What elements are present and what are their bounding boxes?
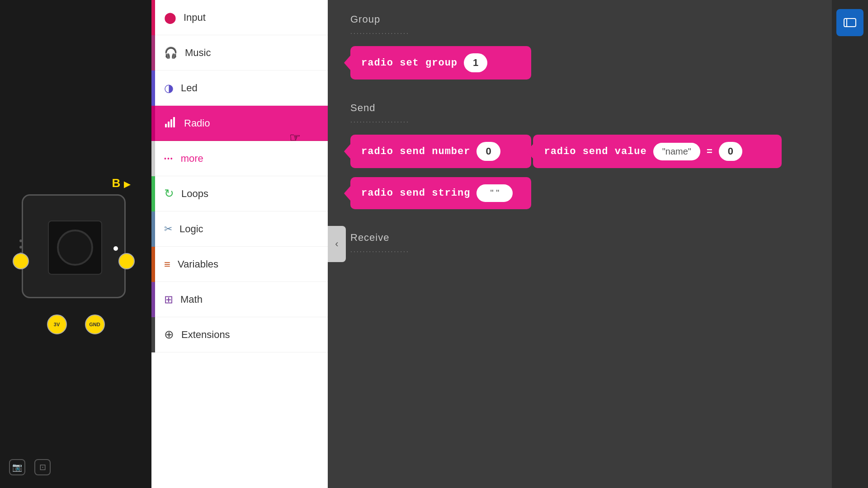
sidebar-item-label: Music <box>185 47 211 59</box>
svg-rect-3 <box>173 117 175 127</box>
send-section-dots: ................... <box>350 117 809 124</box>
sidebar-item-loops[interactable]: ↻ Loops <box>151 176 328 211</box>
simulator-panel: B ▶ 3V GND <box>0 0 151 488</box>
button-b[interactable] <box>118 253 135 269</box>
sidebar-item-led[interactable]: ◑ Led <box>151 70 328 106</box>
block-set-group-value[interactable]: 1 <box>464 53 487 72</box>
more-icon: ••• <box>164 155 174 162</box>
screen-circle <box>57 230 93 266</box>
right-action-button-1[interactable] <box>836 9 863 36</box>
color-bar-logic <box>151 211 155 247</box>
group-section-label: Group <box>350 14 809 25</box>
sidebar-item-extensions[interactable]: ⊕ Extensions <box>151 317 328 352</box>
loops-icon: ↻ <box>164 187 174 201</box>
sidebar-item-math[interactable]: ⊞ Math <box>151 282 328 317</box>
right-panel <box>832 0 868 488</box>
music-icon: 🎧 <box>164 47 178 59</box>
sidebar-item-label: Math <box>180 294 203 305</box>
sidebar-item-label: Led <box>181 82 198 94</box>
sidebar-item-label: Loops <box>181 188 208 200</box>
svg-rect-2 <box>170 119 172 127</box>
svg-rect-1 <box>168 122 170 127</box>
category-panel: ⬤ Input 🎧 Music ◑ Led <box>151 0 328 488</box>
block-send-value[interactable]: radio send value "name" = 0 <box>533 135 782 168</box>
send-section-label: Send <box>350 102 809 114</box>
block-set-group[interactable]: radio set group 1 <box>350 46 531 80</box>
receive-section-dots: ................... <box>350 246 809 253</box>
sidebar-item-logic[interactable]: ✂ Logic <box>151 211 328 247</box>
edge-connector: 3V GND <box>13 314 139 334</box>
extensions-icon: ⊕ <box>164 328 174 342</box>
color-bar-variables <box>151 247 155 282</box>
receive-section: Receive ................... <box>350 232 809 253</box>
collapse-panel-button[interactable]: ‹ <box>328 226 346 262</box>
receive-section-label: Receive <box>350 232 809 244</box>
sidebar-item-more[interactable]: ••• more <box>151 141 328 176</box>
camera-icon[interactable]: 📷 <box>9 459 25 475</box>
color-bar-led <box>151 70 155 106</box>
camera-controls: 📷 ⊡ <box>9 459 51 475</box>
white-dot <box>113 246 118 251</box>
sidebar-item-variables[interactable]: ≡ Variables <box>151 247 328 282</box>
sidebar-item-radio[interactable]: Radio ☞ <box>151 106 328 141</box>
block-send-number[interactable]: radio send number 0 <box>350 135 531 168</box>
sidebar-item-label: Input <box>184 12 206 23</box>
group-section: Group ................... radio set grou… <box>350 14 809 89</box>
input-icon: ⬤ <box>164 11 176 24</box>
variables-icon: ≡ <box>164 258 170 271</box>
pin-gnd: GND <box>85 314 105 334</box>
sidebar-item-input[interactable]: ⬤ Input <box>151 0 328 35</box>
microbit-body <box>22 194 126 298</box>
color-bar-music <box>151 35 155 70</box>
math-icon: ⊞ <box>164 293 173 306</box>
cursor-hand: ☞ <box>289 130 301 145</box>
block-send-number-text: radio send number <box>361 146 470 157</box>
device-container: B ▶ 3V GND <box>13 149 139 339</box>
send-section: Send ................... radio send numb… <box>350 102 809 218</box>
block-send-string-value[interactable]: " " <box>476 184 513 202</box>
logic-icon: ✂ <box>164 223 172 235</box>
block-send-value-text: radio send value <box>544 146 646 157</box>
block-send-string-text: radio send string <box>361 188 470 199</box>
label-b: B ▶ <box>112 176 130 190</box>
group-section-dots: ................... <box>350 28 809 35</box>
led-icon: ◑ <box>164 82 174 94</box>
color-bar-loops <box>151 176 155 211</box>
sidebar-item-label: more <box>181 153 203 164</box>
color-bar-more <box>151 141 155 176</box>
block-send-number-value[interactable]: 0 <box>476 142 500 161</box>
color-bar-math <box>151 282 155 317</box>
block-send-value-num[interactable]: 0 <box>719 142 742 161</box>
svg-rect-4 <box>844 19 856 27</box>
color-bar-input <box>151 0 155 35</box>
sidebar-item-music[interactable]: 🎧 Music <box>151 35 328 70</box>
microbit-screen <box>48 221 102 275</box>
sidebar-item-label: Radio <box>184 117 210 129</box>
button-a[interactable] <box>13 253 29 269</box>
block-send-value-name[interactable]: "name" <box>653 143 700 160</box>
blocks-panel: Group ................... radio set grou… <box>328 0 832 488</box>
color-bar-extensions <box>151 317 155 352</box>
block-send-value-equals: = <box>707 145 712 157</box>
radio-icon <box>164 116 177 131</box>
pin-3v: 3V <box>47 314 67 334</box>
color-bar-radio <box>151 106 155 141</box>
svg-rect-0 <box>165 124 167 127</box>
fullscreen-icon[interactable]: ⊡ <box>34 459 51 475</box>
sidebar-item-label: Logic <box>179 223 203 235</box>
sidebar-item-label: Extensions <box>181 329 230 341</box>
block-send-string[interactable]: radio send string " " <box>350 177 531 209</box>
sidebar-item-label: Variables <box>178 258 218 270</box>
block-set-group-text: radio set group <box>361 57 458 69</box>
